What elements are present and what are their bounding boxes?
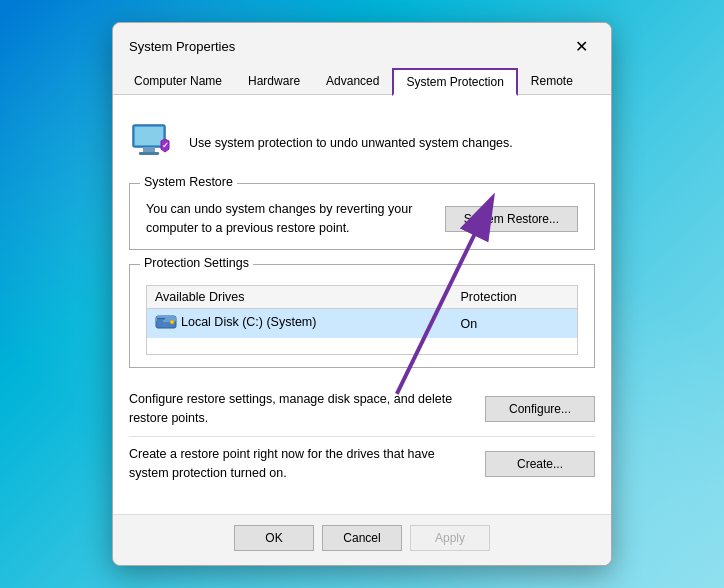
system-restore-content: You can undo system changes by reverting…: [146, 196, 578, 238]
title-bar: System Properties ✕: [113, 23, 611, 61]
svg-rect-9: [157, 318, 165, 320]
tab-advanced[interactable]: Advanced: [313, 68, 392, 95]
apply-button: Apply: [410, 525, 490, 551]
dialog-title: System Properties: [129, 39, 235, 54]
table-header-row: Available Drives Protection: [147, 286, 577, 309]
tab-bar: Computer Name Hardware Advanced System P…: [113, 61, 611, 94]
table-row[interactable]: Local Disk (C:) (System) On: [147, 309, 577, 339]
tab-hardware[interactable]: Hardware: [235, 68, 313, 95]
configure-description: Configure restore settings, manage disk …: [129, 390, 469, 428]
header-section: ✓ Use system protection to undo unwanted…: [129, 111, 595, 183]
system-properties-dialog: System Properties ✕ Computer Name Hardwa…: [112, 22, 612, 567]
system-restore-label: System Restore: [140, 175, 237, 189]
tab-system-protection[interactable]: System Protection: [392, 68, 517, 96]
drive-protection: On: [453, 309, 577, 339]
svg-point-8: [170, 320, 174, 324]
svg-rect-2: [143, 147, 155, 152]
tab-content: ✓ Use system protection to undo unwanted…: [113, 94, 611, 515]
protection-settings-label: Protection Settings: [140, 256, 253, 270]
drive-icon-cell: Local Disk (C:) (System): [155, 314, 316, 330]
protection-settings-group: Protection Settings Available Drives Pro…: [129, 264, 595, 368]
configure-row: Configure restore settings, manage disk …: [129, 382, 595, 437]
computer-icon: ✓: [129, 119, 177, 167]
restore-description: You can undo system changes by reverting…: [146, 200, 429, 238]
svg-rect-10: [157, 321, 163, 322]
col-protection: Protection: [453, 286, 577, 309]
svg-rect-1: [135, 127, 163, 145]
svg-rect-3: [139, 152, 159, 155]
tab-computer-name[interactable]: Computer Name: [121, 68, 235, 95]
hdd-icon: [155, 314, 177, 330]
drives-table: Available Drives Protection: [147, 286, 577, 338]
tab-remote[interactable]: Remote: [518, 68, 586, 95]
configure-button[interactable]: Configure...: [485, 396, 595, 422]
svg-text:✓: ✓: [162, 141, 169, 150]
create-button[interactable]: Create...: [485, 451, 595, 477]
system-restore-group: System Restore You can undo system chang…: [129, 183, 595, 251]
bottom-actions: Configure restore settings, manage disk …: [129, 382, 595, 498]
cancel-button[interactable]: Cancel: [322, 525, 402, 551]
header-description: Use system protection to undo unwanted s…: [189, 136, 513, 150]
dialog-footer: OK Cancel Apply: [113, 514, 611, 565]
col-available-drives: Available Drives: [147, 286, 453, 309]
ok-button[interactable]: OK: [234, 525, 314, 551]
close-button[interactable]: ✕: [567, 33, 595, 61]
drives-table-wrapper: Available Drives Protection: [146, 285, 578, 355]
create-row: Create a restore point right now for the…: [129, 437, 595, 491]
system-restore-button[interactable]: System Restore...: [445, 206, 578, 232]
create-description: Create a restore point right now for the…: [129, 445, 469, 483]
drive-name: Local Disk (C:) (System): [147, 309, 453, 339]
